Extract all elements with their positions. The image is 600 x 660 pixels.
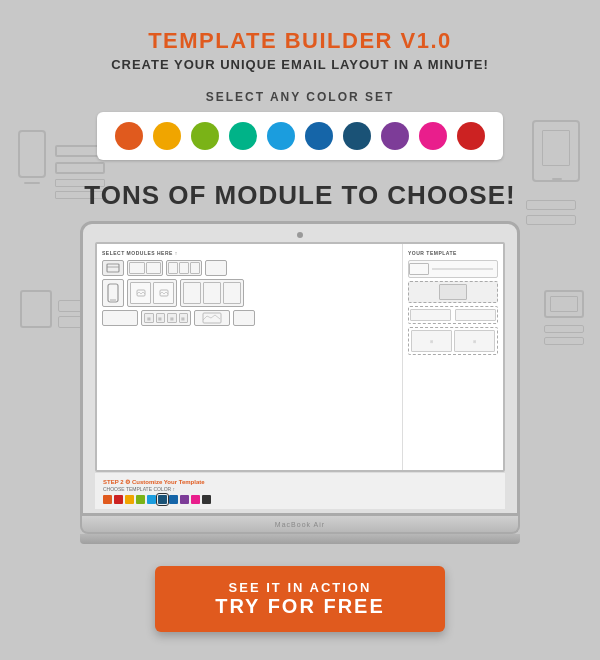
mini-swatches-container xyxy=(103,495,497,504)
header-section: TEMPLATE BUILDER V1.0 CREATE YOUR UNIQUE… xyxy=(111,0,489,72)
mini-swatch-1[interactable] xyxy=(114,495,123,504)
mini-swatch-8[interactable] xyxy=(191,495,200,504)
page-subtitle: CREATE YOUR UNIQUE EMAIL LAYOUT IN A MIN… xyxy=(111,57,489,72)
screen-left-label: SELECT MODULES HERE ↑ xyxy=(102,250,397,256)
color-swatches-container xyxy=(97,112,503,160)
laptop-stand xyxy=(80,534,520,544)
color-swatch-green[interactable] xyxy=(191,122,219,150)
laptop-camera xyxy=(297,232,303,238)
laptop-brand-label: MacBook Air xyxy=(275,521,325,528)
color-swatch-purple[interactable] xyxy=(381,122,409,150)
mini-swatch-7[interactable] xyxy=(180,495,189,504)
mini-swatch-3[interactable] xyxy=(136,495,145,504)
mini-swatch-4[interactable] xyxy=(147,495,156,504)
color-swatch-amber[interactable] xyxy=(153,122,181,150)
color-swatch-blue[interactable] xyxy=(305,122,333,150)
laptop-body: SELECT MODULES HERE ↑ xyxy=(80,221,520,516)
color-swatch-dark-blue[interactable] xyxy=(343,122,371,150)
color-swatch-pink[interactable] xyxy=(419,122,447,150)
color-section-label: SELECT ANY COLOR SET xyxy=(97,90,503,104)
screen-left-panel: SELECT MODULES HERE ↑ xyxy=(97,244,403,470)
choose-color-label: CHOOSE TEMPLATE COLOR ↑ xyxy=(103,486,497,492)
cta-top-line: SEE IT IN ACTION xyxy=(215,580,385,595)
laptop-mockup: SELECT MODULES HERE ↑ xyxy=(80,221,520,544)
cta-bottom-line: TRY FOR FREE xyxy=(215,595,385,618)
svg-rect-2 xyxy=(108,284,118,302)
step-bar: STEP 2 ⚙ Customize Your Template CHOOSE … xyxy=(95,472,505,509)
color-section: SELECT ANY COLOR SET xyxy=(97,90,503,160)
color-swatch-orange[interactable] xyxy=(115,122,143,150)
page-title: TEMPLATE BUILDER V1.0 xyxy=(111,28,489,54)
laptop-base: MacBook Air xyxy=(80,516,520,534)
laptop-screen: SELECT MODULES HERE ↑ xyxy=(95,242,505,472)
step-label: STEP 2 ⚙ Customize Your Template xyxy=(103,478,497,485)
modules-label: TONS OF MODULE TO CHOOSE! xyxy=(84,180,515,211)
color-swatch-teal[interactable] xyxy=(229,122,257,150)
mini-swatch-6[interactable] xyxy=(169,495,178,504)
mini-swatch-0[interactable] xyxy=(103,495,112,504)
screen-right-label: YOUR TEMPLATE xyxy=(408,250,498,256)
mini-swatch-2[interactable] xyxy=(125,495,134,504)
svg-rect-0 xyxy=(107,264,119,272)
mini-swatch-5[interactable] xyxy=(158,495,167,504)
color-swatch-red[interactable] xyxy=(457,122,485,150)
screen-right-panel: YOUR TEMPLATE ⊞ ⊞ xyxy=(403,244,503,470)
cta-button[interactable]: SEE IT IN ACTION TRY FOR FREE xyxy=(155,566,445,632)
mini-swatch-9[interactable] xyxy=(202,495,211,504)
color-swatch-light-blue[interactable] xyxy=(267,122,295,150)
